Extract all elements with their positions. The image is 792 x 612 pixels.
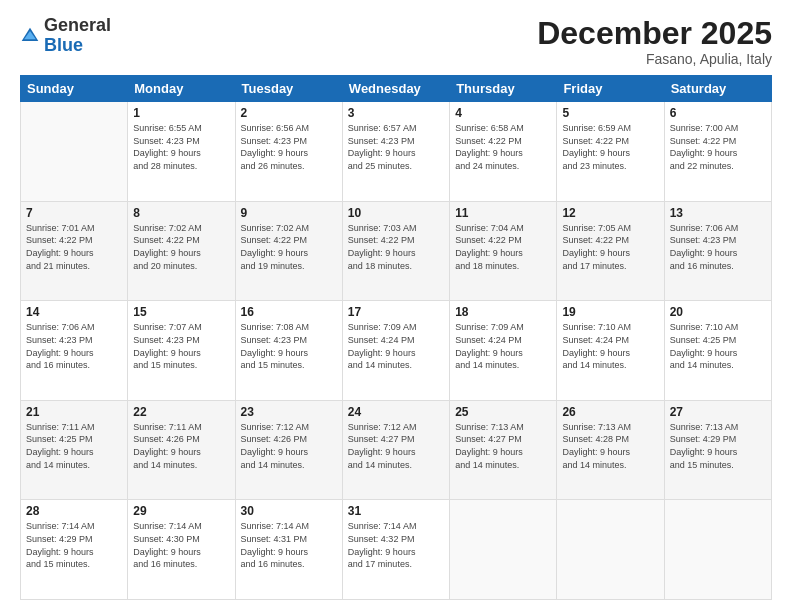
calendar-cell: 15Sunrise: 7:07 AMSunset: 4:23 PMDayligh… [128,301,235,401]
week-row-5: 28Sunrise: 7:14 AMSunset: 4:29 PMDayligh… [21,500,772,600]
header-tuesday: Tuesday [235,76,342,102]
day-number: 13 [670,206,766,220]
day-number: 20 [670,305,766,319]
calendar-cell [450,500,557,600]
calendar-cell: 31Sunrise: 7:14 AMSunset: 4:32 PMDayligh… [342,500,449,600]
calendar-cell: 11Sunrise: 7:04 AMSunset: 4:22 PMDayligh… [450,201,557,301]
day-info: Sunrise: 7:14 AMSunset: 4:31 PMDaylight:… [241,520,337,570]
calendar-cell: 12Sunrise: 7:05 AMSunset: 4:22 PMDayligh… [557,201,664,301]
day-info: Sunrise: 7:02 AMSunset: 4:22 PMDaylight:… [133,222,229,272]
week-row-2: 7Sunrise: 7:01 AMSunset: 4:22 PMDaylight… [21,201,772,301]
day-number: 15 [133,305,229,319]
day-number: 7 [26,206,122,220]
day-info: Sunrise: 6:58 AMSunset: 4:22 PMDaylight:… [455,122,551,172]
calendar-cell: 4Sunrise: 6:58 AMSunset: 4:22 PMDaylight… [450,102,557,202]
day-number: 29 [133,504,229,518]
day-info: Sunrise: 7:14 AMSunset: 4:32 PMDaylight:… [348,520,444,570]
day-info: Sunrise: 7:10 AMSunset: 4:25 PMDaylight:… [670,321,766,371]
day-info: Sunrise: 7:00 AMSunset: 4:22 PMDaylight:… [670,122,766,172]
day-info: Sunrise: 7:06 AMSunset: 4:23 PMDaylight:… [26,321,122,371]
calendar-cell: 3Sunrise: 6:57 AMSunset: 4:23 PMDaylight… [342,102,449,202]
day-info: Sunrise: 7:08 AMSunset: 4:23 PMDaylight:… [241,321,337,371]
calendar-table: Sunday Monday Tuesday Wednesday Thursday… [20,75,772,600]
week-row-1: 1Sunrise: 6:55 AMSunset: 4:23 PMDaylight… [21,102,772,202]
day-info: Sunrise: 7:12 AMSunset: 4:27 PMDaylight:… [348,421,444,471]
day-number: 4 [455,106,551,120]
logo-blue: Blue [44,35,83,55]
calendar-cell: 18Sunrise: 7:09 AMSunset: 4:24 PMDayligh… [450,301,557,401]
calendar-cell: 30Sunrise: 7:14 AMSunset: 4:31 PMDayligh… [235,500,342,600]
day-number: 5 [562,106,658,120]
calendar-cell: 8Sunrise: 7:02 AMSunset: 4:22 PMDaylight… [128,201,235,301]
location: Fasano, Apulia, Italy [537,51,772,67]
calendar-cell: 5Sunrise: 6:59 AMSunset: 4:22 PMDaylight… [557,102,664,202]
calendar-cell: 13Sunrise: 7:06 AMSunset: 4:23 PMDayligh… [664,201,771,301]
day-number: 22 [133,405,229,419]
day-info: Sunrise: 6:55 AMSunset: 4:23 PMDaylight:… [133,122,229,172]
month-title: December 2025 [537,16,772,51]
day-number: 19 [562,305,658,319]
day-number: 24 [348,405,444,419]
calendar-cell: 27Sunrise: 7:13 AMSunset: 4:29 PMDayligh… [664,400,771,500]
calendar-cell [21,102,128,202]
calendar-cell: 1Sunrise: 6:55 AMSunset: 4:23 PMDaylight… [128,102,235,202]
header-friday: Friday [557,76,664,102]
day-info: Sunrise: 6:59 AMSunset: 4:22 PMDaylight:… [562,122,658,172]
day-info: Sunrise: 7:11 AMSunset: 4:25 PMDaylight:… [26,421,122,471]
day-info: Sunrise: 7:12 AMSunset: 4:26 PMDaylight:… [241,421,337,471]
logo: General Blue [20,16,111,56]
day-info: Sunrise: 7:05 AMSunset: 4:22 PMDaylight:… [562,222,658,272]
day-number: 27 [670,405,766,419]
day-number: 2 [241,106,337,120]
calendar-cell: 7Sunrise: 7:01 AMSunset: 4:22 PMDaylight… [21,201,128,301]
day-number: 23 [241,405,337,419]
day-info: Sunrise: 7:11 AMSunset: 4:26 PMDaylight:… [133,421,229,471]
day-number: 3 [348,106,444,120]
weekday-header-row: Sunday Monday Tuesday Wednesday Thursday… [21,76,772,102]
calendar-cell: 25Sunrise: 7:13 AMSunset: 4:27 PMDayligh… [450,400,557,500]
logo-icon [20,26,40,46]
header-monday: Monday [128,76,235,102]
day-number: 26 [562,405,658,419]
day-info: Sunrise: 7:09 AMSunset: 4:24 PMDaylight:… [348,321,444,371]
day-info: Sunrise: 7:09 AMSunset: 4:24 PMDaylight:… [455,321,551,371]
day-number: 11 [455,206,551,220]
calendar-cell: 26Sunrise: 7:13 AMSunset: 4:28 PMDayligh… [557,400,664,500]
day-info: Sunrise: 7:03 AMSunset: 4:22 PMDaylight:… [348,222,444,272]
day-number: 9 [241,206,337,220]
logo-text: General Blue [44,16,111,56]
calendar-cell: 19Sunrise: 7:10 AMSunset: 4:24 PMDayligh… [557,301,664,401]
calendar-cell: 2Sunrise: 6:56 AMSunset: 4:23 PMDaylight… [235,102,342,202]
day-info: Sunrise: 7:07 AMSunset: 4:23 PMDaylight:… [133,321,229,371]
calendar-cell: 21Sunrise: 7:11 AMSunset: 4:25 PMDayligh… [21,400,128,500]
calendar-cell: 14Sunrise: 7:06 AMSunset: 4:23 PMDayligh… [21,301,128,401]
calendar-cell [664,500,771,600]
day-info: Sunrise: 7:10 AMSunset: 4:24 PMDaylight:… [562,321,658,371]
day-number: 18 [455,305,551,319]
calendar-cell: 20Sunrise: 7:10 AMSunset: 4:25 PMDayligh… [664,301,771,401]
header-sunday: Sunday [21,76,128,102]
week-row-4: 21Sunrise: 7:11 AMSunset: 4:25 PMDayligh… [21,400,772,500]
calendar-cell: 24Sunrise: 7:12 AMSunset: 4:27 PMDayligh… [342,400,449,500]
day-number: 17 [348,305,444,319]
day-info: Sunrise: 7:13 AMSunset: 4:28 PMDaylight:… [562,421,658,471]
calendar-cell: 9Sunrise: 7:02 AMSunset: 4:22 PMDaylight… [235,201,342,301]
calendar-cell: 29Sunrise: 7:14 AMSunset: 4:30 PMDayligh… [128,500,235,600]
day-number: 6 [670,106,766,120]
calendar-cell: 22Sunrise: 7:11 AMSunset: 4:26 PMDayligh… [128,400,235,500]
calendar-cell: 6Sunrise: 7:00 AMSunset: 4:22 PMDaylight… [664,102,771,202]
header: General Blue December 2025 Fasano, Apuli… [20,16,772,67]
day-number: 16 [241,305,337,319]
header-saturday: Saturday [664,76,771,102]
day-info: Sunrise: 7:04 AMSunset: 4:22 PMDaylight:… [455,222,551,272]
calendar-cell: 10Sunrise: 7:03 AMSunset: 4:22 PMDayligh… [342,201,449,301]
calendar-cell: 16Sunrise: 7:08 AMSunset: 4:23 PMDayligh… [235,301,342,401]
day-number: 1 [133,106,229,120]
header-thursday: Thursday [450,76,557,102]
calendar-cell: 17Sunrise: 7:09 AMSunset: 4:24 PMDayligh… [342,301,449,401]
day-number: 8 [133,206,229,220]
day-info: Sunrise: 6:56 AMSunset: 4:23 PMDaylight:… [241,122,337,172]
day-number: 30 [241,504,337,518]
day-info: Sunrise: 6:57 AMSunset: 4:23 PMDaylight:… [348,122,444,172]
day-number: 21 [26,405,122,419]
